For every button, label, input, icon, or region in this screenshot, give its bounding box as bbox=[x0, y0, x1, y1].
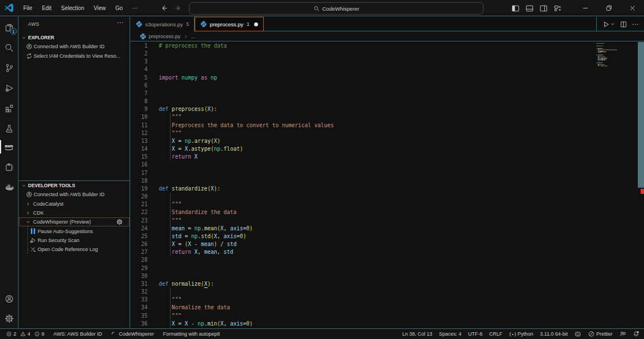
minimap[interactable] bbox=[596, 42, 638, 328]
overview-ruler-error-mark bbox=[641, 189, 644, 194]
line-number: 30 bbox=[131, 272, 148, 280]
tree-item-select-iam-credentials-to-view-reso[interactable]: Select IAM Credentials to View Reso... bbox=[19, 52, 130, 61]
activity-aws[interactable]: aws bbox=[0, 138, 18, 155]
menu-more[interactable]: ··· bbox=[128, 5, 142, 11]
tree-item-run-security-scan[interactable]: Run Security Scan bbox=[19, 236, 130, 245]
status-python[interactable]: { }Python bbox=[509, 331, 533, 337]
vscode-window: FileEditSelectionViewGo··· CodeWhisperer… bbox=[0, 0, 644, 339]
activity-extensions[interactable] bbox=[0, 100, 18, 117]
chevron-down-icon[interactable] bbox=[610, 21, 615, 27]
code-line-13: 13 X = np.array(X) bbox=[131, 137, 644, 145]
tree-item-pause-auto-suggestions[interactable]: Pause Auto-Suggestions bbox=[19, 227, 130, 236]
code-editor[interactable]: 1# preprocess the data2345import numpy a… bbox=[131, 42, 644, 328]
status-aws-aws-builder-id[interactable]: AWS: AWS Builder ID bbox=[53, 331, 102, 337]
line-number: 22 bbox=[131, 208, 148, 216]
line-number: 11 bbox=[131, 122, 148, 129]
toggle-secondary-sidebar-icon[interactable] bbox=[536, 0, 550, 16]
gear-icon[interactable] bbox=[116, 219, 123, 225]
status-robot[interactable] bbox=[574, 331, 581, 337]
breadcrumb-item[interactable]: ... bbox=[191, 34, 196, 39]
status-feedback[interactable] bbox=[619, 331, 626, 337]
split-editor-icon[interactable] bbox=[620, 21, 627, 28]
vertical-scrollbar[interactable] bbox=[638, 42, 644, 328]
section-header-explorer[interactable]: EXPLORER bbox=[19, 33, 130, 42]
tab-preprocess-py[interactable]: preprocess.py1 bbox=[195, 17, 264, 31]
status-prettier[interactable]: Prettier bbox=[588, 331, 613, 337]
aws-icon: aws bbox=[3, 142, 15, 151]
tree-item-cdk[interactable]: CDK bbox=[19, 208, 130, 217]
code-line-20: 20 bbox=[131, 193, 644, 201]
activity-testing[interactable] bbox=[0, 120, 18, 137]
customize-layout-icon[interactable] bbox=[550, 0, 564, 16]
menu-view[interactable]: View bbox=[90, 5, 110, 11]
error-count: 2 bbox=[13, 331, 16, 337]
breadcrumb-item[interactable]: preprocess.py bbox=[149, 34, 181, 39]
toggle-sidebar-icon[interactable] bbox=[508, 0, 522, 16]
activity-docker[interactable] bbox=[0, 179, 18, 196]
status-crlf[interactable]: CRLF bbox=[489, 331, 503, 337]
source-control-icon bbox=[4, 63, 14, 73]
run-icon[interactable] bbox=[602, 21, 610, 28]
dirty-indicator-icon[interactable] bbox=[254, 22, 258, 26]
status-codewhisperer[interactable]: CodeWhisperer bbox=[111, 331, 154, 337]
tree-item-open-code-reference-log[interactable]: Open Code Reference Log bbox=[19, 245, 130, 254]
status-utf-8[interactable]: UTF-8 bbox=[468, 331, 483, 337]
menu-edit[interactable]: Edit bbox=[38, 5, 56, 11]
tree-item-connected-with-aws-builder-id[interactable]: Connected with AWS Builder ID bbox=[19, 190, 130, 199]
restore-icon[interactable] bbox=[597, 0, 620, 16]
section-header-developer-tools[interactable]: DEVELOPER TOOLS bbox=[19, 181, 130, 190]
status-bar: 248AWS: AWS Builder IDCodeWhispererForma… bbox=[0, 328, 644, 339]
beaker-icon bbox=[4, 124, 14, 133]
line-number: 21 bbox=[131, 201, 148, 208]
more-icon[interactable] bbox=[117, 19, 124, 26]
line-number: 24 bbox=[131, 225, 148, 233]
status-bell[interactable] bbox=[633, 331, 640, 337]
activity-search[interactable] bbox=[0, 39, 18, 56]
account-icon bbox=[26, 43, 33, 50]
tree-item-label: Select IAM Credentials to View Reso... bbox=[34, 53, 120, 59]
references-icon bbox=[30, 246, 36, 253]
chevron-down-icon bbox=[25, 219, 32, 225]
nav-back-icon[interactable] bbox=[160, 4, 168, 12]
menu-go[interactable]: Go bbox=[112, 5, 127, 11]
code-line-30: 30 bbox=[131, 272, 644, 280]
minimize-icon[interactable] bbox=[573, 0, 597, 16]
activity-explorer[interactable]: 1 bbox=[0, 19, 18, 36]
editor-actions bbox=[596, 17, 644, 31]
status-spaces-4[interactable]: Spaces: 4 bbox=[439, 331, 462, 337]
breadcrumb[interactable]: preprocess.py... bbox=[131, 32, 644, 41]
line-number: 2 bbox=[131, 50, 148, 58]
tab-s3operations-py[interactable]: s3operations.py5 bbox=[131, 17, 195, 31]
code-line-3: 3 bbox=[131, 58, 644, 66]
menu-file[interactable]: File bbox=[20, 5, 36, 11]
more-icon[interactable] bbox=[632, 21, 639, 28]
menu-selection[interactable]: Selection bbox=[57, 5, 88, 11]
status-ln-38-col-13[interactable]: Ln 38, Col 13 bbox=[402, 331, 433, 337]
code-line-12: 12 """ bbox=[131, 129, 644, 137]
nav-forward-icon[interactable] bbox=[174, 4, 182, 12]
activity-source-control[interactable] bbox=[0, 59, 18, 76]
line-number: 6 bbox=[131, 82, 148, 90]
tree-item-connected-with-aws-builder-id[interactable]: Connected with AWS Builder ID bbox=[19, 42, 130, 51]
status-3-11-0-64-bit[interactable]: 3.11.0 64-bit bbox=[540, 331, 568, 337]
extensions-icon bbox=[4, 104, 14, 113]
line-number: 7 bbox=[131, 90, 148, 97]
account-icon bbox=[26, 191, 33, 198]
toggle-panel-icon[interactable] bbox=[522, 0, 536, 16]
code-line-2: 2 bbox=[131, 50, 644, 58]
activity-accounts[interactable] bbox=[0, 290, 18, 307]
activity-run-debug[interactable] bbox=[0, 80, 18, 96]
command-center[interactable]: CodeWhisperer bbox=[189, 2, 484, 15]
code-line-7: 7 bbox=[131, 90, 644, 97]
problems-status[interactable]: 248 bbox=[6, 331, 44, 337]
activity-notebook[interactable] bbox=[0, 159, 18, 175]
python-icon bbox=[136, 21, 142, 27]
close-icon[interactable] bbox=[620, 0, 644, 16]
tree-item-codewhisperer-preview[interactable]: CodeWhisperer (Preview) bbox=[19, 217, 130, 226]
activity-settings[interactable] bbox=[0, 310, 18, 327]
code-line-27: 27 return X, mean, std bbox=[131, 248, 644, 256]
python-icon bbox=[140, 33, 146, 40]
scrollbar-slider[interactable] bbox=[638, 42, 644, 188]
tree-item-codecatalyst[interactable]: CodeCatalyst bbox=[19, 199, 130, 208]
status-formatting-with-autopep8[interactable]: Formatting with autopep8 bbox=[163, 331, 220, 337]
